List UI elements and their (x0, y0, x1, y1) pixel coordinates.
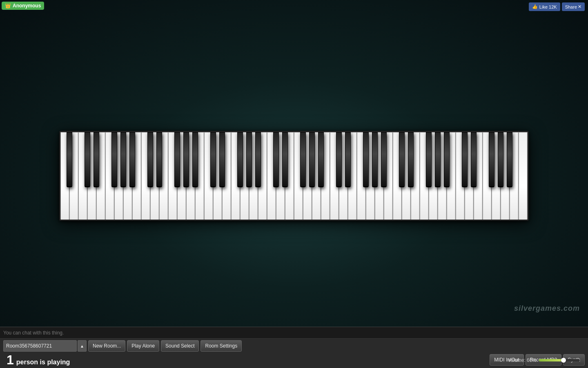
share-label: Share (565, 4, 577, 9)
black-key[interactable] (210, 132, 216, 187)
user-badge: 👑 Anonymous (2, 2, 44, 10)
black-key[interactable] (156, 132, 162, 187)
sound-select-button[interactable]: Sound Select (161, 340, 199, 352)
piano-keyboard[interactable] (59, 131, 529, 221)
players-count: 1 (7, 353, 14, 366)
volume-slider[interactable] (539, 359, 580, 361)
black-key[interactable] (372, 132, 378, 187)
black-key[interactable] (489, 132, 494, 187)
black-key[interactable] (111, 132, 117, 187)
black-key[interactable] (399, 132, 405, 187)
close-icon: ✕ (578, 4, 581, 9)
bottom-panel: Room356758607721 ▲ New Room... Play Alon… (0, 327, 588, 368)
black-key[interactable] (300, 132, 306, 187)
black-key[interactable] (246, 132, 252, 187)
black-key[interactable] (85, 132, 90, 187)
share-button[interactable]: Share ✕ (562, 2, 585, 11)
black-key[interactable] (471, 132, 477, 187)
like-button[interactable]: 👍 Like 12K (529, 2, 560, 11)
black-key[interactable] (192, 132, 198, 187)
top-bar: 👍 Like 12K Share ✕ (526, 0, 588, 13)
white-key[interactable] (519, 132, 528, 221)
volume-thumb[interactable] (561, 358, 566, 363)
playing-info: 1 person is playing (7, 353, 70, 366)
black-key[interactable] (147, 132, 153, 187)
volume-fill (539, 359, 564, 361)
black-key[interactable] (345, 132, 351, 187)
crown-icon: 👑 (5, 3, 11, 9)
black-key[interactable] (309, 132, 315, 187)
room-select[interactable]: Room356758607721 (3, 340, 77, 352)
black-key[interactable] (336, 132, 342, 187)
chat-input[interactable] (0, 327, 588, 339)
black-key[interactable] (318, 132, 324, 187)
black-key[interactable] (381, 132, 387, 187)
black-key[interactable] (363, 132, 369, 187)
black-key[interactable] (94, 132, 99, 187)
black-key[interactable] (408, 132, 414, 187)
new-room-button[interactable]: New Room... (88, 340, 125, 352)
like-label: Like 12K (539, 4, 557, 9)
play-alone-button[interactable]: Play Alone (127, 340, 159, 352)
black-key[interactable] (129, 132, 135, 187)
volume-control: Volume: 60% (508, 357, 580, 363)
black-key[interactable] (183, 132, 189, 187)
watermark: silvergames.com (514, 304, 580, 313)
black-key[interactable] (255, 132, 261, 187)
piano-container (59, 131, 529, 221)
black-key[interactable] (507, 132, 512, 187)
black-key[interactable] (282, 132, 288, 187)
black-key[interactable] (174, 132, 180, 187)
black-key[interactable] (120, 132, 126, 187)
room-arrow-button[interactable]: ▲ (78, 340, 87, 352)
black-key[interactable] (426, 132, 432, 187)
black-key[interactable] (444, 132, 450, 187)
black-key[interactable] (435, 132, 441, 187)
black-key[interactable] (219, 132, 225, 187)
black-key[interactable] (498, 132, 503, 187)
black-key[interactable] (237, 132, 243, 187)
controls-row: Room356758607721 ▲ New Room... Play Alon… (0, 339, 588, 353)
room-settings-button[interactable]: Room Settings (200, 340, 242, 352)
black-key[interactable] (67, 132, 72, 187)
black-key[interactable] (462, 132, 468, 187)
volume-label: Volume: 60% (508, 357, 537, 363)
players-text: person is playing (16, 359, 70, 366)
thumbs-icon: 👍 (532, 4, 538, 9)
room-select-wrapper: Room356758607721 ▲ (3, 340, 87, 352)
black-key[interactable] (273, 132, 279, 187)
second-row: 1 person is playing MIDI In/Out Record M… (0, 353, 588, 368)
user-name: Anonymous (13, 3, 41, 9)
